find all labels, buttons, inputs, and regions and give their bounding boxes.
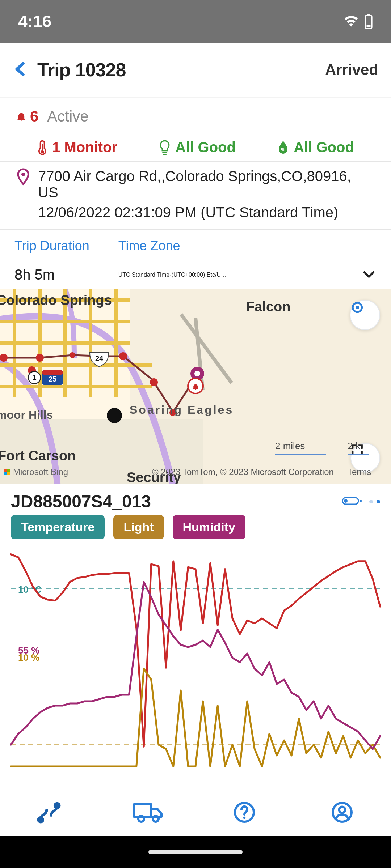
svg-point-37 bbox=[194, 371, 200, 376]
chip-humidity[interactable]: Humidity bbox=[173, 515, 245, 539]
lightbulb-icon bbox=[159, 140, 171, 156]
svg-point-48 bbox=[55, 803, 59, 808]
device-row: JD885007S4_013 bbox=[0, 484, 391, 515]
device-id: JD885007S4_013 bbox=[11, 492, 151, 511]
trip-duration-label: Trip Duration bbox=[14, 238, 89, 254]
location-block: 7700 Air Cargo Rd,,Colorado Springs,CO,8… bbox=[0, 162, 391, 230]
svg-text:24: 24 bbox=[95, 354, 104, 362]
sensor-chart[interactable]: 10 °C 55 % 10 % bbox=[7, 546, 384, 777]
location-pin-icon bbox=[16, 168, 30, 201]
android-home-handle[interactable] bbox=[148, 850, 243, 854]
trip-duration: Trip Duration 8h 5m bbox=[14, 238, 89, 283]
humidity-icon: % bbox=[277, 140, 289, 156]
svg-point-29 bbox=[107, 408, 122, 423]
nav-shipments[interactable] bbox=[133, 798, 161, 826]
bottom-nav bbox=[0, 788, 391, 836]
location-address: 7700 Air Cargo Rd,,Colorado Springs,CO,8… bbox=[38, 168, 375, 201]
svg-rect-49 bbox=[134, 804, 151, 817]
status-time: 4:16 bbox=[18, 12, 51, 31]
svg-text:1: 1 bbox=[32, 374, 36, 382]
svg-point-25 bbox=[119, 352, 127, 360]
svg-point-50 bbox=[138, 816, 144, 822]
svg-rect-32 bbox=[42, 370, 63, 375]
svg-point-6 bbox=[21, 173, 25, 176]
svg-point-53 bbox=[243, 817, 245, 819]
svg-point-27 bbox=[150, 378, 158, 386]
svg-rect-43 bbox=[344, 499, 348, 503]
map-provider: Microsoft Bing bbox=[4, 467, 68, 477]
map-label-soaring: Soaring Eagles bbox=[130, 403, 234, 417]
timezone: Time Zone UTC Standard Time-(UTC+00:00) … bbox=[118, 238, 377, 283]
timezone-value: UTC Standard Time-(UTC+00:00) Etc/U… bbox=[118, 272, 227, 278]
trip-status: Arrived bbox=[325, 61, 378, 78]
sensor-humidity-label: All Good bbox=[294, 139, 354, 156]
map-label-fortcarson: Fort Carson bbox=[0, 448, 76, 464]
map-label-moorhills: moor Hills bbox=[0, 408, 53, 422]
device-battery bbox=[342, 495, 380, 508]
sensor-light-label: All Good bbox=[175, 139, 236, 156]
sensor-humidity[interactable]: % All Good bbox=[277, 139, 354, 156]
duration-timezone: Trip Duration 8h 5m Time Zone UTC Standa… bbox=[0, 230, 391, 289]
svg-rect-1 bbox=[367, 14, 370, 16]
battery-icon bbox=[364, 13, 373, 29]
chip-light[interactable]: Light bbox=[113, 515, 164, 539]
battery-level-icon bbox=[342, 495, 363, 508]
alerts-count: 6 bbox=[16, 108, 38, 125]
timezone-select[interactable]: UTC Standard Time-(UTC+00:00) Etc/U… bbox=[118, 267, 377, 283]
chip-row: Temperature Light Humidity bbox=[0, 515, 391, 546]
device-page-dots[interactable] bbox=[369, 500, 380, 503]
svg-point-40 bbox=[356, 306, 359, 309]
chevron-down-icon bbox=[361, 267, 377, 283]
map-scale-mi: 2 miles bbox=[275, 441, 326, 455]
status-right bbox=[343, 13, 373, 29]
svg-point-3 bbox=[41, 150, 44, 153]
svg-text:25: 25 bbox=[49, 375, 56, 383]
wifi-icon bbox=[343, 13, 359, 29]
svg-rect-2 bbox=[367, 25, 371, 27]
nav-trips[interactable] bbox=[35, 798, 63, 826]
sensor-light[interactable]: All Good bbox=[159, 139, 236, 156]
map-locate-button[interactable] bbox=[350, 300, 380, 330]
alerts-label: Active bbox=[47, 108, 88, 125]
status-bar: 4:16 bbox=[0, 0, 391, 43]
nav-help[interactable] bbox=[230, 798, 258, 826]
svg-point-23 bbox=[70, 352, 75, 358]
map-label-falcon: Falcon bbox=[246, 299, 290, 315]
sensor-temperature-label: 1 Monitor bbox=[52, 139, 117, 156]
location-timestamp: 12/06/2022 02:31:09 PM (UTC Standard Tim… bbox=[38, 204, 375, 221]
svg-rect-4 bbox=[42, 144, 43, 150]
map-terms[interactable]: Terms bbox=[348, 467, 371, 477]
sensor-temperature[interactable]: 1 Monitor bbox=[37, 139, 117, 156]
svg-point-55 bbox=[339, 807, 345, 813]
svg-rect-42 bbox=[360, 500, 362, 502]
svg-text:%: % bbox=[281, 147, 285, 152]
thermometer-icon bbox=[37, 140, 48, 156]
map-scale-km: 2 k bbox=[348, 441, 369, 455]
chip-temperature[interactable]: Temperature bbox=[11, 515, 105, 539]
svg-point-22 bbox=[36, 354, 44, 362]
svg-point-51 bbox=[153, 816, 159, 822]
trip-duration-value: 8h 5m bbox=[14, 267, 89, 283]
android-nav bbox=[0, 836, 391, 868]
map-copyright: © 2023 TomTom, © 2023 Microsoft Corporat… bbox=[152, 467, 334, 477]
back-button[interactable] bbox=[13, 58, 29, 81]
bell-icon bbox=[16, 108, 26, 125]
svg-point-47 bbox=[38, 817, 43, 822]
nav-profile[interactable] bbox=[328, 798, 356, 826]
svg-line-20 bbox=[181, 314, 232, 383]
timezone-label: Time Zone bbox=[118, 238, 377, 254]
sensor-bar: 1 Monitor All Good % All Good bbox=[0, 135, 391, 162]
header: Trip 10328 Arrived bbox=[0, 43, 391, 98]
map-label-coloradosprings: Colorado Springs bbox=[0, 293, 112, 308]
page-title: Trip 10328 bbox=[37, 59, 126, 81]
svg-point-21 bbox=[0, 354, 8, 362]
alerts-bar[interactable]: 6 Active bbox=[0, 98, 391, 135]
map[interactable]: 24 25 1 Colorado Springs Falcon Soaring … bbox=[0, 289, 391, 484]
